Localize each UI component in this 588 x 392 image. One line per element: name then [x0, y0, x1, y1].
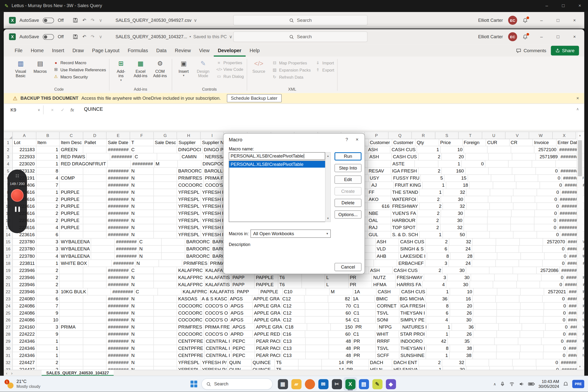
- cell-O23[interactable]: 1A: [352, 296, 375, 302]
- cell-C15[interactable]: WYBALEENA: [60, 239, 92, 245]
- cell-M28[interactable]: [305, 331, 328, 337]
- cell-Q4[interactable]: [415, 160, 438, 167]
- redo-icon[interactable]: ↷: [91, 34, 94, 39]
- cell-W12[interactable]: 0: [534, 217, 558, 224]
- cell-S3[interactable]: 20: [442, 153, 465, 160]
- cell-T25[interactable]: [473, 310, 497, 316]
- row-header-19[interactable]: 19: [4, 267, 13, 274]
- cell-C23[interactable]: [60, 296, 83, 302]
- cell-G21[interactable]: [154, 281, 177, 288]
- cell-D6[interactable]: [83, 175, 106, 181]
- cell-F24[interactable]: N: [130, 302, 154, 309]
- cell-T2[interactable]: [464, 146, 488, 153]
- cell-Q18[interactable]: ERBACHEF: [398, 260, 425, 266]
- cell-D21[interactable]: [83, 281, 106, 288]
- cell-G2[interactable]: [154, 146, 177, 153]
- cell-U1[interactable]: CUR: [486, 139, 510, 146]
- cell-K23[interactable]: APPLE GRA: [252, 296, 281, 302]
- cell-A21[interactable]: 223946: [13, 281, 36, 288]
- cell-C31[interactable]: [60, 352, 83, 359]
- cell-J27[interactable]: APGS: [231, 324, 255, 330]
- search-box[interactable]: Search: [233, 32, 368, 42]
- cell-H16[interactable]: BAROORC: [185, 246, 212, 252]
- cell-V16[interactable]: [519, 246, 543, 252]
- cell-H15[interactable]: BAROORC: [185, 239, 212, 245]
- taskbar-app-purple-app[interactable]: ◆: [384, 377, 398, 391]
- cell-S17[interactable]: 28: [450, 253, 474, 260]
- cell-L29[interactable]: C13: [282, 338, 306, 344]
- cell-T33[interactable]: [466, 366, 490, 370]
- cell-C17[interactable]: WYBALEENA: [60, 253, 92, 260]
- cell-T29[interactable]: [471, 338, 495, 344]
- cell-E15[interactable]: ########: [115, 239, 138, 245]
- cell-C28[interactable]: [60, 331, 83, 337]
- cell-W5[interactable]: 0: [536, 168, 559, 174]
- cell-Q8[interactable]: THE STAND: [391, 189, 420, 196]
- cell-H8[interactable]: YFRESPL: [177, 189, 201, 196]
- notifications-bell[interactable]: [522, 34, 528, 40]
- cell-U19[interactable]: [490, 267, 513, 274]
- cell-D19[interactable]: [83, 267, 106, 274]
- cell-E21[interactable]: ########: [106, 281, 130, 288]
- vertical-scrollbar[interactable]: ▴ ▾: [577, 132, 582, 370]
- cell-E25[interactable]: ########: [106, 310, 130, 316]
- cell-I21[interactable]: KALAFATIS: [204, 281, 232, 288]
- cell-R13[interactable]: 2: [417, 224, 440, 231]
- column-header-F[interactable]: F: [130, 132, 154, 139]
- cell-T24[interactable]: [474, 302, 497, 309]
- redo-icon[interactable]: ↷: [91, 18, 94, 23]
- cell-G25[interactable]: [154, 310, 177, 316]
- cell-V3[interactable]: [512, 153, 536, 160]
- cell-P28[interactable]: WHIT: [376, 331, 399, 337]
- cell-O29[interactable]: PR: [352, 338, 376, 344]
- cell-O22[interactable]: 1A: [353, 288, 376, 295]
- cell-C9[interactable]: PURPLE: [60, 196, 83, 202]
- cell-R17[interactable]: 8: [427, 253, 450, 260]
- cell-D8[interactable]: [83, 189, 106, 196]
- cell-K32[interactable]: QUINCE: [251, 359, 275, 366]
- cell-H10[interactable]: YFRESPL: [177, 203, 201, 210]
- cell-J29[interactable]: PEPC: [232, 338, 255, 344]
- cell-U25[interactable]: [497, 310, 520, 316]
- taskbar-app-outlook[interactable]: ✉: [316, 377, 330, 391]
- cell-O20[interactable]: PR: [349, 274, 372, 281]
- cell-R9[interactable]: 2: [418, 196, 441, 202]
- cell-F28[interactable]: N: [130, 331, 154, 337]
- cell-F9[interactable]: N: [130, 196, 154, 202]
- cell-W16[interactable]: 0: [542, 246, 566, 252]
- cell-P27[interactable]: NFPG: [378, 324, 401, 330]
- cell-N23[interactable]: 82: [328, 296, 352, 302]
- taskbar-app-task-view[interactable]: ▦: [276, 377, 290, 391]
- cell-L23[interactable]: C12: [281, 296, 305, 302]
- cell-M23[interactable]: [304, 296, 328, 302]
- cell-P26[interactable]: SONI: [376, 317, 399, 324]
- cell-U30[interactable]: [497, 345, 520, 352]
- cell-W10[interactable]: 0: [537, 203, 560, 210]
- cell-O28[interactable]: C1: [352, 331, 376, 337]
- cell-S2[interactable]: 10: [440, 146, 464, 153]
- qat-customize-icon[interactable]: ∨: [99, 18, 102, 23]
- cell-D16[interactable]: [91, 246, 115, 252]
- tab-view[interactable]: View: [195, 44, 214, 57]
- cell-G11[interactable]: [154, 210, 177, 217]
- cell-S14[interactable]: 50: [443, 232, 466, 238]
- cell-E14[interactable]: ########: [106, 232, 130, 238]
- cell-C12[interactable]: PURPLE: [60, 217, 83, 224]
- cell-T17[interactable]: [474, 253, 497, 260]
- cell-D4[interactable]: [108, 160, 131, 167]
- cell-S9[interactable]: 30: [441, 196, 465, 202]
- taskbar-app-snipping-tool[interactable]: ✂: [330, 377, 344, 391]
- row-header-1[interactable]: 1: [4, 139, 13, 146]
- cell-L25[interactable]: C12: [282, 310, 305, 316]
- cell-M30[interactable]: [306, 345, 329, 352]
- cell-K26[interactable]: APPLE GRA: [253, 317, 282, 324]
- cell-F25[interactable]: N: [130, 310, 154, 316]
- cell-I31[interactable]: CENTRAL I: [205, 352, 232, 359]
- cell-V25[interactable]: [520, 310, 544, 316]
- start-button[interactable]: [190, 381, 198, 388]
- cell-R19[interactable]: 2: [419, 267, 443, 274]
- cell-Q15[interactable]: CASH CUS: [399, 239, 426, 245]
- cell-M33[interactable]: [298, 366, 322, 370]
- taskbar-clock[interactable]: 10:43 AM 30/05/2024: [538, 379, 559, 389]
- cell-B23[interactable]: 6: [36, 296, 60, 302]
